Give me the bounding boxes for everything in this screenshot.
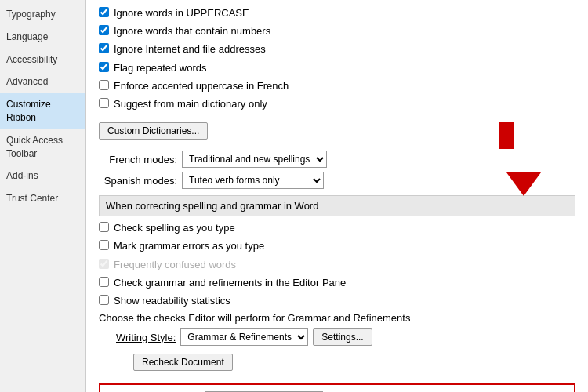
writing-style-select[interactable]: Grammar & Refinements Grammar Only — [180, 328, 308, 346]
check-grammar-editor-label: Check grammar and refinements in the Edi… — [114, 276, 346, 290]
choose-checks-text: Choose the checks Editor will perform fo… — [99, 312, 575, 324]
spanish-modes-select[interactable]: Tuteo verb forms only Tuteo and Voseo ve… — [182, 172, 324, 189]
spanish-modes-row: Spanish modes: Tuteo verb forms only Tut… — [99, 172, 575, 189]
arrow-shaft — [499, 122, 514, 149]
ignore-internet-checkbox[interactable] — [99, 43, 109, 53]
mark-grammar-checkbox[interactable] — [99, 240, 109, 250]
arrow-indicator — [506, 172, 541, 223]
checkbox-ignore-internet: Ignore Internet and file addresses — [99, 42, 575, 56]
sidebar-item-customize-ribbon[interactable]: Customize Ribbon — [0, 93, 85, 129]
recheck-document-button[interactable]: Recheck Document — [133, 354, 233, 371]
checkbox-flag-repeated: Flag repeated words — [99, 61, 575, 75]
exceptions-section: Exceptions for: 📄 No Documents Open Hide… — [99, 383, 575, 392]
ignore-numbers-label: Ignore words that contain numbers — [114, 24, 270, 38]
frequently-confused-checkbox[interactable] — [99, 259, 109, 269]
checkbox-frequently-confused: Frequently confused words — [99, 258, 575, 272]
enforce-accented-label: Enforce accented uppercase in French — [114, 79, 289, 93]
checkbox-ignore-numbers: Ignore words that contain numbers — [99, 24, 575, 38]
spanish-modes-label: Spanish modes: — [99, 175, 177, 187]
checkbox-check-spelling: Check spelling as you type — [99, 221, 575, 235]
checkbox-suggest-main: Suggest from main dictionary only — [99, 97, 575, 111]
french-modes-select[interactable]: Traditional and new spellings Traditiona… — [182, 151, 327, 168]
sidebar-item-quick-access[interactable]: Quick Access Toolbar — [0, 129, 85, 165]
settings-button[interactable]: Settings... — [313, 328, 372, 346]
sidebar-item-typography[interactable]: Typography — [0, 3, 85, 26]
main-wrapper: Ignore words in UPPERCASE Ignore words t… — [86, 0, 588, 392]
check-spelling-label: Check spelling as you type — [114, 221, 235, 235]
suggest-main-checkbox[interactable] — [99, 98, 109, 108]
ignore-uppercase-label: Ignore words in UPPERCASE — [114, 6, 249, 20]
ignore-uppercase-checkbox[interactable] — [99, 7, 109, 17]
writing-style-row: Writing Style: Grammar & Refinements Gra… — [116, 328, 575, 346]
sidebar-item-language[interactable]: Language — [0, 26, 85, 49]
checkbox-mark-grammar: Mark grammar errors as you type — [99, 239, 575, 253]
checkbox-enforce-accented: Enforce accented uppercase in French — [99, 79, 575, 93]
flag-repeated-checkbox[interactable] — [99, 62, 109, 72]
sidebar-item-advanced[interactable]: Advanced — [0, 71, 85, 93]
frequently-confused-label: Frequently confused words — [114, 258, 236, 272]
ignore-numbers-checkbox[interactable] — [99, 25, 109, 35]
checkbox-show-readability: Show readability statistics — [99, 294, 575, 308]
flag-repeated-label: Flag repeated words — [114, 61, 207, 75]
french-modes-row: French modes: Traditional and new spelli… — [99, 151, 575, 168]
enforce-accented-checkbox[interactable] — [99, 80, 109, 90]
custom-dictionaries-button[interactable]: Custom Dictionaries... — [99, 122, 208, 140]
arrow-head — [506, 172, 541, 196]
grammar-section-header: When correcting spelling and grammar in … — [99, 195, 575, 216]
writing-style-label: Writing Style: — [116, 332, 176, 343]
sidebar-item-trust-center[interactable]: Trust Center — [0, 187, 85, 210]
sidebar-item-accessibility[interactable]: Accessibility — [0, 49, 85, 71]
show-readability-checkbox[interactable] — [99, 295, 109, 305]
suggest-main-label: Suggest from main dictionary only — [114, 97, 267, 111]
checkbox-check-grammar-editor: Check grammar and refinements in the Edi… — [99, 276, 575, 290]
mark-grammar-label: Mark grammar errors as you type — [114, 239, 264, 253]
french-modes-label: French modes: — [99, 154, 177, 165]
check-spelling-checkbox[interactable] — [99, 222, 109, 232]
sidebar: Typography Language Accessibility Advanc… — [0, 0, 86, 392]
checkbox-ignore-uppercase: Ignore words in UPPERCASE — [99, 6, 575, 20]
check-grammar-editor-checkbox[interactable] — [99, 277, 109, 287]
sidebar-item-add-ins[interactable]: Add-ins — [0, 165, 85, 187]
show-readability-label: Show readability statistics — [114, 294, 230, 308]
ignore-internet-label: Ignore Internet and file addresses — [114, 42, 266, 56]
